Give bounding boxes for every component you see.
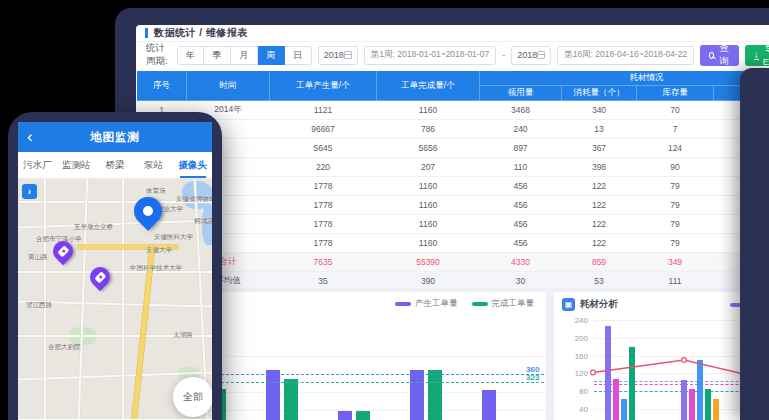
table-cell: 398 — [562, 158, 637, 177]
right-edge-device — [740, 68, 769, 420]
chart-bar — [284, 379, 298, 420]
table-cell: 456 — [480, 234, 562, 253]
map-expander-button[interactable]: › — [22, 184, 37, 199]
map-road — [78, 179, 88, 419]
filter-bar: 统计周期: 年季月周日 2018 第1周: 2018-01-01~2018-01… — [136, 42, 769, 68]
report-table: 序号时间工单产生量/个工单完成量/个耗材情况领用量消耗量（个）库存量采购量120… — [136, 70, 769, 291]
table-cell: 79 — [637, 177, 714, 196]
breadcrumb-accent-bar — [145, 28, 148, 38]
map-canvas[interactable]: 体育场安徽省博物馆安徽农业大学桐城路五里墩立交桥合肥市宁溪小学安徽医科大学安徽大… — [18, 179, 212, 419]
col-header: 序号 — [137, 71, 187, 101]
map-road — [122, 179, 124, 419]
table-cell: 79 — [637, 196, 714, 215]
phone-page-title: 地图监测 — [90, 130, 140, 145]
query-button[interactable]: 查询 — [700, 45, 739, 66]
table-cell: 220 — [270, 158, 377, 177]
search-icon — [709, 52, 714, 59]
table-cell: 786 — [377, 120, 480, 139]
group-header: 耗材情况 — [480, 71, 769, 86]
phone-tab-泵站[interactable]: 泵站 — [134, 152, 173, 178]
chart-bar — [681, 380, 687, 420]
table-row: 29666778624013769 — [137, 120, 769, 139]
year-start-select[interactable]: 2018 — [318, 46, 358, 65]
phone-tab-污水厂[interactable]: 污水厂 — [18, 152, 57, 178]
map-place-label: 望江西路 — [26, 301, 52, 310]
period-option-周[interactable]: 周 — [258, 46, 285, 65]
period-option-年[interactable]: 年 — [177, 46, 204, 65]
table-cell: 456 — [480, 215, 562, 234]
map-road — [18, 220, 212, 229]
chart-bar — [482, 390, 496, 420]
table-cell: 13 — [562, 120, 637, 139]
phone-tab-摄像头[interactable]: 摄像头 — [173, 152, 212, 178]
phone-mockup: ‹ 地图监测 污水厂监测站桥梁泵站摄像头 — [8, 112, 222, 420]
total-cell: 859 — [562, 253, 637, 272]
map-place-label: 太湖路 — [173, 331, 193, 340]
table-cell: 79 — [637, 215, 714, 234]
total-cell: 7635 — [270, 253, 377, 272]
col-header: 工单完成量/个 — [377, 71, 480, 101]
export-button-label: 导出Excel — [763, 43, 769, 67]
total-cell: 349 — [637, 253, 714, 272]
map-road — [18, 271, 212, 273]
total-cell: 55390 — [377, 253, 480, 272]
table-cell: 456 — [480, 177, 562, 196]
sub-col-header: 库存量 — [637, 86, 714, 101]
back-chevron-icon[interactable]: ‹ — [27, 124, 33, 150]
chart-bar — [266, 370, 280, 420]
map-place-label: 安徽省博物馆 — [176, 195, 212, 204]
y-axis-tick: 240 — [566, 316, 588, 325]
chart-bar — [605, 326, 611, 420]
table-cell: 1160 — [377, 177, 480, 196]
year-end-value: 2018 — [517, 50, 537, 60]
period-option-季[interactable]: 季 — [204, 46, 231, 65]
camera-pin-icon[interactable] — [86, 263, 114, 291]
period-option-日[interactable]: 日 — [285, 46, 312, 65]
week-start-value: 第1周: 2018-01-01~2018-01-07 — [371, 49, 489, 61]
chart-bar — [338, 411, 352, 420]
calendar-icon — [344, 51, 352, 59]
table-cell: 70 — [637, 101, 714, 120]
chart-bar — [356, 411, 370, 420]
table-cell: 110 — [480, 158, 562, 177]
table-cell: 456 — [480, 196, 562, 215]
phone-tab-桥梁[interactable]: 桥梁 — [96, 152, 135, 178]
table-cell: 96667 — [270, 120, 377, 139]
legend-text: 产生工单量 — [415, 298, 458, 310]
map-place-label: 安徽医科大学 — [154, 233, 193, 242]
table-cell: 1121 — [270, 101, 377, 120]
chart-bar — [613, 379, 619, 420]
total-cell: 4330 — [480, 253, 562, 272]
period-option-月[interactable]: 月 — [231, 46, 258, 65]
week-end-input[interactable]: 第16周: 2018-04-16~2018-04-22 — [557, 46, 694, 65]
legend-item: 产生工单量 — [395, 298, 458, 310]
table-cell: 1778 — [270, 234, 377, 253]
week-start-input[interactable]: 第1周: 2018-01-01~2018-01-07 — [364, 46, 496, 65]
phone-tab-监测站[interactable]: 监测站 — [57, 152, 96, 178]
breadcrumb: 数据统计 / 维修报表 — [136, 25, 769, 42]
charts-strip: 产生工单量完成工单量 360323 ▣ 耗材分析 240200160120804… — [136, 288, 769, 420]
chart-bar — [713, 399, 719, 420]
week-end-value: 第16周: 2018-04-16~2018-04-22 — [564, 49, 687, 61]
selected-location-pin-icon[interactable] — [128, 191, 168, 231]
phone-screen: ‹ 地图监测 污水厂监测站桥梁泵站摄像头 — [18, 122, 212, 420]
export-excel-button[interactable]: ↓ 导出Excel — [745, 45, 769, 66]
legend-swatch — [472, 302, 488, 306]
map-place-label: 黄山路 — [28, 253, 48, 262]
table-row: 7177811604561227967 — [137, 215, 769, 234]
map-place-label: 安徽大学 — [146, 246, 172, 255]
map-place-label: 桐城路 — [194, 217, 212, 226]
table-cell: 122 — [562, 215, 637, 234]
breadcrumb-text: 数据统计 / 维修报表 — [154, 26, 248, 40]
table-row: 5177811604561227967 — [137, 177, 769, 196]
year-end-select[interactable]: 2018 — [511, 46, 551, 65]
table-cell: 124 — [637, 139, 714, 158]
table-row: 42202071103989019 — [137, 158, 769, 177]
show-all-button[interactable]: 全部 — [173, 377, 212, 417]
table-cell: 1160 — [377, 101, 480, 120]
table-cell: 79 — [637, 234, 714, 253]
table-cell: 1160 — [377, 215, 480, 234]
dashboard-panel: 数据统计 / 维修报表 统计周期: 年季月周日 2018 第1周: 2018-0… — [136, 25, 769, 420]
table-cell: 5645 — [270, 139, 377, 158]
table-cell: 7 — [637, 120, 714, 139]
